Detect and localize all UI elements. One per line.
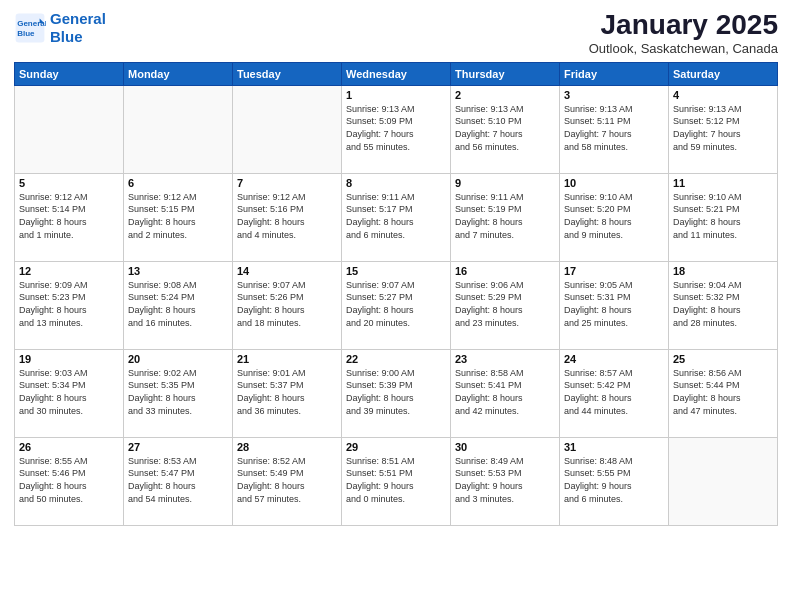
weekday-header-thursday: Thursday	[451, 62, 560, 85]
day-info: Sunrise: 9:12 AMSunset: 5:14 PMDaylight:…	[19, 191, 119, 241]
day-number: 29	[346, 441, 446, 453]
day-number: 9	[455, 177, 555, 189]
day-number: 16	[455, 265, 555, 277]
week-row-1: 5Sunrise: 9:12 AMSunset: 5:14 PMDaylight…	[15, 173, 778, 261]
day-number: 18	[673, 265, 773, 277]
weekday-header-monday: Monday	[124, 62, 233, 85]
day-number: 8	[346, 177, 446, 189]
day-info: Sunrise: 8:48 AMSunset: 5:55 PMDaylight:…	[564, 455, 664, 505]
location-subtitle: Outlook, Saskatchewan, Canada	[589, 41, 778, 56]
week-row-0: 1Sunrise: 9:13 AMSunset: 5:09 PMDaylight…	[15, 85, 778, 173]
day-number: 17	[564, 265, 664, 277]
calendar-cell: 21Sunrise: 9:01 AMSunset: 5:37 PMDayligh…	[233, 349, 342, 437]
logo-icon: General Blue	[14, 12, 46, 44]
day-info: Sunrise: 8:51 AMSunset: 5:51 PMDaylight:…	[346, 455, 446, 505]
title-block: January 2025 Outlook, Saskatchewan, Cana…	[589, 10, 778, 56]
weekday-header-friday: Friday	[560, 62, 669, 85]
header: General Blue General Blue January 2025 O…	[14, 10, 778, 56]
calendar-cell: 15Sunrise: 9:07 AMSunset: 5:27 PMDayligh…	[342, 261, 451, 349]
day-number: 3	[564, 89, 664, 101]
calendar-cell	[669, 437, 778, 525]
weekday-header-sunday: Sunday	[15, 62, 124, 85]
day-number: 24	[564, 353, 664, 365]
logo-text: General Blue	[50, 10, 106, 46]
day-number: 28	[237, 441, 337, 453]
calendar-cell: 4Sunrise: 9:13 AMSunset: 5:12 PMDaylight…	[669, 85, 778, 173]
calendar-cell: 25Sunrise: 8:56 AMSunset: 5:44 PMDayligh…	[669, 349, 778, 437]
weekday-header-saturday: Saturday	[669, 62, 778, 85]
day-info: Sunrise: 9:12 AMSunset: 5:16 PMDaylight:…	[237, 191, 337, 241]
day-info: Sunrise: 8:55 AMSunset: 5:46 PMDaylight:…	[19, 455, 119, 505]
day-info: Sunrise: 9:09 AMSunset: 5:23 PMDaylight:…	[19, 279, 119, 329]
day-number: 21	[237, 353, 337, 365]
calendar-cell: 31Sunrise: 8:48 AMSunset: 5:55 PMDayligh…	[560, 437, 669, 525]
day-info: Sunrise: 8:56 AMSunset: 5:44 PMDaylight:…	[673, 367, 773, 417]
day-number: 27	[128, 441, 228, 453]
calendar-cell: 12Sunrise: 9:09 AMSunset: 5:23 PMDayligh…	[15, 261, 124, 349]
day-info: Sunrise: 9:13 AMSunset: 5:11 PMDaylight:…	[564, 103, 664, 153]
logo: General Blue General Blue	[14, 10, 106, 46]
calendar-cell: 24Sunrise: 8:57 AMSunset: 5:42 PMDayligh…	[560, 349, 669, 437]
weekday-header-wednesday: Wednesday	[342, 62, 451, 85]
calendar-cell: 17Sunrise: 9:05 AMSunset: 5:31 PMDayligh…	[560, 261, 669, 349]
week-row-2: 12Sunrise: 9:09 AMSunset: 5:23 PMDayligh…	[15, 261, 778, 349]
day-number: 5	[19, 177, 119, 189]
calendar-cell: 16Sunrise: 9:06 AMSunset: 5:29 PMDayligh…	[451, 261, 560, 349]
day-info: Sunrise: 8:57 AMSunset: 5:42 PMDaylight:…	[564, 367, 664, 417]
day-number: 4	[673, 89, 773, 101]
calendar-cell: 28Sunrise: 8:52 AMSunset: 5:49 PMDayligh…	[233, 437, 342, 525]
day-number: 10	[564, 177, 664, 189]
calendar-cell: 11Sunrise: 9:10 AMSunset: 5:21 PMDayligh…	[669, 173, 778, 261]
day-number: 19	[19, 353, 119, 365]
calendar-cell: 22Sunrise: 9:00 AMSunset: 5:39 PMDayligh…	[342, 349, 451, 437]
day-number: 15	[346, 265, 446, 277]
calendar-cell: 8Sunrise: 9:11 AMSunset: 5:17 PMDaylight…	[342, 173, 451, 261]
calendar-cell: 14Sunrise: 9:07 AMSunset: 5:26 PMDayligh…	[233, 261, 342, 349]
day-info: Sunrise: 9:12 AMSunset: 5:15 PMDaylight:…	[128, 191, 228, 241]
weekday-header-tuesday: Tuesday	[233, 62, 342, 85]
day-info: Sunrise: 8:53 AMSunset: 5:47 PMDaylight:…	[128, 455, 228, 505]
day-number: 14	[237, 265, 337, 277]
day-info: Sunrise: 9:13 AMSunset: 5:09 PMDaylight:…	[346, 103, 446, 153]
day-info: Sunrise: 9:01 AMSunset: 5:37 PMDaylight:…	[237, 367, 337, 417]
calendar-cell: 19Sunrise: 9:03 AMSunset: 5:34 PMDayligh…	[15, 349, 124, 437]
day-info: Sunrise: 8:58 AMSunset: 5:41 PMDaylight:…	[455, 367, 555, 417]
calendar-cell: 18Sunrise: 9:04 AMSunset: 5:32 PMDayligh…	[669, 261, 778, 349]
calendar-cell: 26Sunrise: 8:55 AMSunset: 5:46 PMDayligh…	[15, 437, 124, 525]
calendar-cell: 13Sunrise: 9:08 AMSunset: 5:24 PMDayligh…	[124, 261, 233, 349]
calendar-cell: 6Sunrise: 9:12 AMSunset: 5:15 PMDaylight…	[124, 173, 233, 261]
month-title: January 2025	[589, 10, 778, 41]
day-number: 7	[237, 177, 337, 189]
day-number: 30	[455, 441, 555, 453]
day-number: 13	[128, 265, 228, 277]
day-number: 11	[673, 177, 773, 189]
calendar-cell: 5Sunrise: 9:12 AMSunset: 5:14 PMDaylight…	[15, 173, 124, 261]
calendar-cell: 1Sunrise: 9:13 AMSunset: 5:09 PMDaylight…	[342, 85, 451, 173]
page: General Blue General Blue January 2025 O…	[0, 0, 792, 612]
day-info: Sunrise: 9:10 AMSunset: 5:21 PMDaylight:…	[673, 191, 773, 241]
week-row-3: 19Sunrise: 9:03 AMSunset: 5:34 PMDayligh…	[15, 349, 778, 437]
calendar: SundayMondayTuesdayWednesdayThursdayFrid…	[14, 62, 778, 526]
day-info: Sunrise: 9:06 AMSunset: 5:29 PMDaylight:…	[455, 279, 555, 329]
calendar-cell	[233, 85, 342, 173]
day-number: 26	[19, 441, 119, 453]
calendar-cell: 9Sunrise: 9:11 AMSunset: 5:19 PMDaylight…	[451, 173, 560, 261]
week-row-4: 26Sunrise: 8:55 AMSunset: 5:46 PMDayligh…	[15, 437, 778, 525]
day-info: Sunrise: 9:13 AMSunset: 5:10 PMDaylight:…	[455, 103, 555, 153]
calendar-cell: 20Sunrise: 9:02 AMSunset: 5:35 PMDayligh…	[124, 349, 233, 437]
day-info: Sunrise: 9:11 AMSunset: 5:19 PMDaylight:…	[455, 191, 555, 241]
calendar-cell: 29Sunrise: 8:51 AMSunset: 5:51 PMDayligh…	[342, 437, 451, 525]
calendar-cell: 10Sunrise: 9:10 AMSunset: 5:20 PMDayligh…	[560, 173, 669, 261]
day-number: 6	[128, 177, 228, 189]
day-number: 22	[346, 353, 446, 365]
calendar-cell	[15, 85, 124, 173]
day-info: Sunrise: 9:05 AMSunset: 5:31 PMDaylight:…	[564, 279, 664, 329]
calendar-cell: 23Sunrise: 8:58 AMSunset: 5:41 PMDayligh…	[451, 349, 560, 437]
calendar-cell	[124, 85, 233, 173]
calendar-cell: 30Sunrise: 8:49 AMSunset: 5:53 PMDayligh…	[451, 437, 560, 525]
day-info: Sunrise: 9:08 AMSunset: 5:24 PMDaylight:…	[128, 279, 228, 329]
day-info: Sunrise: 9:07 AMSunset: 5:27 PMDaylight:…	[346, 279, 446, 329]
day-info: Sunrise: 9:10 AMSunset: 5:20 PMDaylight:…	[564, 191, 664, 241]
day-info: Sunrise: 8:49 AMSunset: 5:53 PMDaylight:…	[455, 455, 555, 505]
day-number: 2	[455, 89, 555, 101]
